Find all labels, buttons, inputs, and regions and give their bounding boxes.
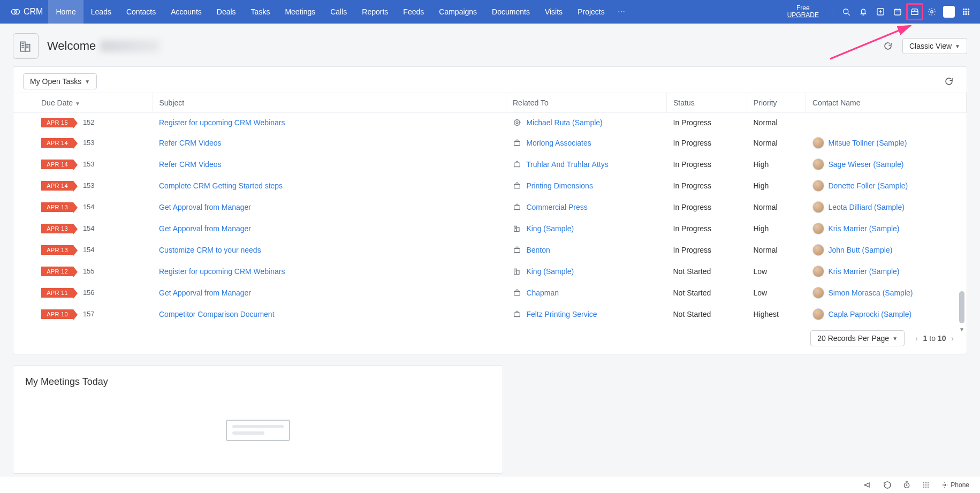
subject-link[interactable]: Get Approval from Manager bbox=[159, 203, 251, 211]
table-row[interactable]: APR 14 153 Complete CRM Getting Started … bbox=[13, 175, 967, 196]
nav-calls[interactable]: Calls bbox=[323, 0, 354, 24]
subject-link[interactable]: Register for upcoming CRM Webinars bbox=[159, 267, 285, 276]
col-status[interactable]: Status bbox=[667, 93, 747, 113]
calendar-icon[interactable] bbox=[889, 3, 906, 20]
nav-meetings[interactable]: Meetings bbox=[277, 0, 323, 24]
pager-prev-icon[interactable]: ‹ bbox=[915, 334, 918, 343]
refresh-page-icon[interactable] bbox=[880, 38, 896, 54]
nav-home[interactable]: Home bbox=[48, 0, 83, 24]
table-row[interactable]: APR 14 153 Refer CRM Videos Morlong Asso… bbox=[13, 132, 967, 154]
days-count: 153 bbox=[83, 160, 95, 168]
subject-link[interactable]: Register for upcoming CRM Webinars bbox=[159, 118, 285, 127]
subject-link[interactable]: Refer CRM Videos bbox=[159, 160, 221, 169]
col-priority[interactable]: Priority bbox=[747, 93, 806, 113]
table-scrollbar[interactable]: ▼ bbox=[958, 87, 966, 332]
scrollbar-thumb[interactable] bbox=[959, 291, 964, 323]
table-row[interactable]: APR 15 152 Register for upcoming CRM Web… bbox=[13, 113, 967, 133]
row-checkbox[interactable] bbox=[13, 239, 35, 261]
subject-link[interactable]: Complete CRM Getting Started steps bbox=[159, 181, 283, 190]
table-row[interactable]: APR 12 155 Register for upcoming CRM Web… bbox=[13, 261, 967, 282]
row-checkbox[interactable] bbox=[13, 261, 35, 282]
nav-reports[interactable]: Reports bbox=[354, 0, 396, 24]
subject-cell: Complete CRM Getting Started steps bbox=[153, 175, 506, 196]
table-row[interactable]: APR 10 157 Competitor Comparison Documen… bbox=[13, 304, 967, 325]
row-checkbox[interactable] bbox=[13, 113, 35, 133]
table-row[interactable]: APR 11 156 Get Apporval from Manager Cha… bbox=[13, 282, 967, 304]
related-link[interactable]: Michael Ruta (Sample) bbox=[526, 118, 602, 127]
subject-link[interactable]: Refer CRM Videos bbox=[159, 139, 221, 147]
contact-link[interactable]: Simon Morasca (Sample) bbox=[829, 289, 913, 297]
upgrade-block[interactable]: Free UPGRADE bbox=[780, 5, 826, 19]
table-row[interactable]: APR 13 154 Get Apporval from Manager Kin… bbox=[13, 218, 967, 239]
related-link[interactable]: Morlong Associates bbox=[526, 139, 591, 147]
refresh-tasks-icon[interactable] bbox=[941, 73, 957, 89]
marketplace-icon[interactable] bbox=[906, 3, 923, 20]
contact-link[interactable]: Mitsue Tollner (Sample) bbox=[829, 139, 907, 147]
nav-accounts[interactable]: Accounts bbox=[163, 0, 209, 24]
nav-deals[interactable]: Deals bbox=[209, 0, 244, 24]
nav-projects[interactable]: Projects bbox=[570, 0, 612, 24]
related-link[interactable]: Truhlar And Truhlar Attys bbox=[526, 160, 609, 169]
nav-tasks[interactable]: Tasks bbox=[244, 0, 278, 24]
announce-icon[interactable] bbox=[864, 481, 872, 487]
row-checkbox[interactable] bbox=[13, 196, 35, 218]
table-row[interactable]: APR 14 153 Refer CRM Videos Truhlar And … bbox=[13, 154, 967, 175]
phone-button[interactable]: Phone bbox=[941, 481, 969, 487]
subject-link[interactable]: Get Apporval from Manager bbox=[159, 289, 251, 297]
row-checkbox[interactable] bbox=[13, 175, 35, 196]
contact-link[interactable]: John Butt (Sample) bbox=[829, 246, 893, 254]
app-grid-icon[interactable] bbox=[958, 3, 975, 20]
clock-icon[interactable] bbox=[902, 481, 911, 487]
contact-link[interactable]: Kris Marrier (Sample) bbox=[829, 224, 900, 233]
brand-logo[interactable]: CRM bbox=[5, 7, 48, 17]
contact-link[interactable]: Sage Wieser (Sample) bbox=[829, 160, 904, 169]
upgrade-link[interactable]: UPGRADE bbox=[787, 12, 819, 19]
col-contact-name[interactable]: Contact Name bbox=[806, 93, 967, 113]
scroll-down-icon[interactable]: ▼ bbox=[959, 327, 964, 332]
history-icon[interactable] bbox=[883, 481, 892, 487]
nav-contacts[interactable]: Contacts bbox=[119, 0, 163, 24]
task-filter-dropdown[interactable]: My Open Tasks ▼ bbox=[23, 73, 97, 89]
add-icon[interactable] bbox=[872, 3, 889, 20]
related-link[interactable]: Chapman bbox=[526, 289, 559, 297]
dialpad-icon[interactable] bbox=[922, 481, 930, 487]
records-per-page[interactable]: 20 Records Per Page ▼ bbox=[810, 330, 905, 346]
days-count: 152 bbox=[83, 118, 95, 126]
profile-avatar[interactable] bbox=[940, 3, 958, 20]
table-row[interactable]: APR 13 154 Customize CRM to your needs B… bbox=[13, 239, 967, 261]
row-checkbox[interactable] bbox=[13, 218, 35, 239]
related-link[interactable]: Commercial Press bbox=[526, 203, 587, 211]
related-link[interactable]: King (Sample) bbox=[526, 267, 574, 276]
nav-campaigns[interactable]: Campaigns bbox=[431, 0, 484, 24]
settings-icon[interactable] bbox=[923, 3, 940, 20]
table-row[interactable]: APR 13 154 Get Approval from Manager Com… bbox=[13, 196, 967, 218]
nav-visits[interactable]: Visits bbox=[537, 0, 570, 24]
bell-icon[interactable] bbox=[855, 3, 872, 20]
nav-documents[interactable]: Documents bbox=[484, 0, 537, 24]
related-link[interactable]: Benton bbox=[526, 246, 550, 254]
col-related-to[interactable]: Related To bbox=[506, 93, 667, 113]
search-icon[interactable] bbox=[838, 3, 855, 20]
contact-link[interactable]: Kris Marrier (Sample) bbox=[829, 267, 900, 276]
row-checkbox[interactable] bbox=[13, 304, 35, 325]
view-selector[interactable]: Classic View ▼ bbox=[902, 38, 967, 54]
contact-link[interactable]: Donette Foller (Sample) bbox=[829, 181, 908, 190]
col-due-date[interactable]: Due Date ▼ bbox=[35, 93, 153, 113]
org-icon[interactable] bbox=[13, 33, 39, 59]
subject-link[interactable]: Customize CRM to your needs bbox=[159, 246, 261, 254]
row-checkbox[interactable] bbox=[13, 282, 35, 304]
related-link[interactable]: Printing Dimensions bbox=[526, 181, 593, 190]
row-checkbox[interactable] bbox=[13, 154, 35, 175]
subject-link[interactable]: Get Apporval from Manager bbox=[159, 224, 251, 233]
pager-next-icon[interactable]: › bbox=[951, 334, 954, 343]
contact-link[interactable]: Leota Dilliard (Sample) bbox=[829, 203, 905, 211]
subject-link[interactable]: Competitor Comparison Document bbox=[159, 310, 275, 318]
nav-leads[interactable]: Leads bbox=[83, 0, 119, 24]
related-link[interactable]: Feltz Printing Service bbox=[526, 310, 597, 318]
related-link[interactable]: King (Sample) bbox=[526, 224, 574, 233]
nav-more-icon[interactable]: ⋯ bbox=[612, 7, 630, 16]
nav-feeds[interactable]: Feeds bbox=[396, 0, 431, 24]
contact-link[interactable]: Capla Paprocki (Sample) bbox=[829, 310, 912, 318]
col-subject[interactable]: Subject bbox=[153, 93, 506, 113]
row-checkbox[interactable] bbox=[13, 132, 35, 154]
